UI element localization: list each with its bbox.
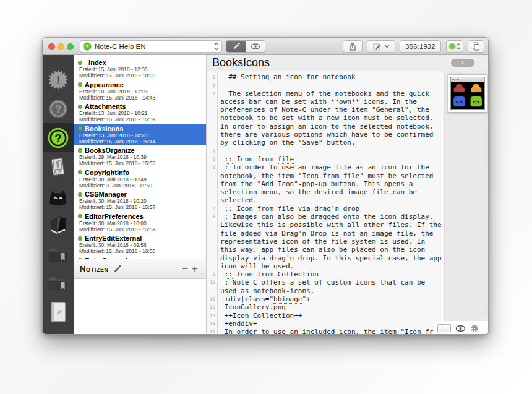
position-counter-value: 356:1932 (405, 43, 435, 50)
list-item[interactable]: CopyrightInfoErstellt: 30. Mai 2018 - 08… (74, 168, 206, 190)
edit-mode-button[interactable] (226, 41, 246, 52)
notebook-selector-dropdown[interactable]: ? Note-C Help EN (80, 40, 222, 53)
line-number: 2 (207, 81, 218, 89)
sidebar-item-notes[interactable] (43, 152, 74, 181)
editor-line: 7 :: Icon from file via drag'n drop (207, 205, 444, 213)
editor-text-area[interactable]: 1 ## Setting an icon for notebook23 The … (207, 71, 444, 335)
editor-line: 2 (207, 81, 444, 89)
line-number: 11 (207, 295, 218, 303)
sidebar-item-folder-2[interactable] (43, 268, 74, 298)
mini-window: <> <> (450, 77, 485, 110)
notebook-name: _index (85, 59, 106, 66)
svg-text:?: ? (54, 131, 61, 144)
orange-blob-icon (471, 84, 482, 92)
sidebar-item-ebook[interactable]: e (43, 298, 74, 327)
share-icon (349, 42, 356, 51)
sidebar-item-cat[interactable] (43, 181, 74, 210)
line-number: 14 (207, 320, 218, 328)
svg-text:<>: <> (456, 98, 463, 105)
notebook-name: EntryEditExternal (85, 234, 142, 242)
sidebar-item-folder-1[interactable] (43, 239, 74, 268)
mini-minimize-dot (455, 79, 457, 80)
editor-line: 3 The selection menu of the notebooks an… (207, 90, 444, 147)
created-date: Erstellt: 10. Juni 2018 - 17:03 (79, 88, 204, 95)
notebook-status-dot (78, 61, 82, 65)
line-number: 8 (207, 213, 218, 270)
open-book-icon (48, 215, 69, 236)
help-circle-active-icon: ? (47, 127, 69, 149)
remove-note-button[interactable]: − (180, 264, 190, 274)
icon-gallery-thumbnail[interactable]: <> <> (448, 74, 487, 113)
duplicate-button[interactable] (468, 40, 484, 53)
list-item[interactable]: BooksOrganizeErstellt: 29. Mai 2018 - 10… (74, 145, 206, 168)
line-number: 1 (207, 73, 218, 81)
pencil-icon[interactable] (113, 264, 122, 273)
help-badge-icon: ? (83, 42, 92, 51)
sidebar-item-help-inactive[interactable]: ? (43, 94, 74, 123)
zoom-out-button[interactable]: − (442, 324, 451, 332)
created-date: Erstellt: 29. Mai 2018 - 10:39 (79, 154, 204, 160)
list-item[interactable]: EditorPreferencesErstellt: 30. Mai 2018 … (74, 212, 206, 234)
list-item[interactable]: AttachmentsErstellt: 13. Juni 2018 - 10:… (74, 101, 206, 124)
line-text: IconGallery.png (220, 303, 444, 311)
status-stepper[interactable] (446, 40, 463, 53)
pencil-icon (232, 42, 241, 51)
alert-seal-icon: ! (48, 69, 69, 90)
minimize-button[interactable] (58, 43, 64, 50)
list-item[interactable]: BooksIconsErstellt: 13. Juni 2018 - 10:2… (74, 124, 206, 146)
editor-title: BooksIcons (212, 56, 270, 69)
notebook-selector-label: Note-C Help EN (95, 43, 213, 50)
list-item[interactable]: AppearanceErstellt: 10. Juni 2018 - 17:0… (74, 80, 206, 102)
notebook-name: BooksOrganize (85, 147, 135, 154)
line-number: 6 (207, 163, 218, 204)
snippet-menu-button[interactable] (367, 40, 395, 53)
notebook-list-items: _indexErstellt: 15. Juni 2018 - 12:36Mod… (74, 55, 206, 259)
line-text: The selection menu of the notebooks and … (220, 90, 444, 147)
notebook-name: Appearance (85, 81, 124, 88)
created-date: Erstellt: 30. Mai 2018 - 08:49 (79, 176, 204, 182)
list-footer-title: Notizen (80, 264, 109, 273)
notebook-name: Attachments (85, 103, 126, 110)
modified-date: Modifiziert: 15. Juni 2018 - 15:44 (79, 139, 204, 145)
sidebar-item-help-active[interactable]: ? (43, 123, 74, 152)
line-number: 3 (207, 90, 218, 147)
line-text: ## Setting an icon for notebook (220, 73, 444, 81)
line-number: 13 (207, 312, 218, 320)
mini-titlebar (451, 77, 484, 82)
folder-bookmark-icon (48, 274, 69, 293)
position-counter-field[interactable]: 356:1932 (400, 40, 441, 53)
list-footer: Notizen − + (74, 259, 206, 279)
notebook-status-dot (78, 214, 82, 218)
notebook-status-dot (78, 126, 82, 131)
editor-line: 4 (207, 147, 444, 155)
line-text: :: Icon from Collection (220, 270, 444, 278)
sidebar: ! ? ? (43, 55, 74, 335)
mini-icon-grid: <> <> (451, 82, 484, 109)
add-note-button[interactable]: + (190, 264, 200, 274)
line-text: +enddiv+ (220, 320, 444, 328)
list-item[interactable]: CSSManagerErstellt: 30. Mai 2018 - 10:20… (74, 189, 206, 212)
line-number: 9 (207, 270, 218, 278)
red-blob-icon (454, 84, 465, 92)
line-text (220, 81, 444, 89)
zoom-button[interactable] (67, 43, 74, 50)
eye-icon[interactable] (455, 325, 466, 332)
close-button[interactable] (48, 43, 55, 50)
window-titlebar[interactable]: ? Note-C Help EN (43, 38, 488, 55)
list-item[interactable]: EntryEditExternalErstellt: 30. Mai 2018 … (74, 233, 206, 255)
modified-date: Modifiziert: 15. Juni 2018 - 15:59 (79, 226, 204, 233)
gear-icon[interactable] (470, 324, 479, 333)
cat-icon (47, 185, 69, 207)
list-item[interactable]: _indexErstellt: 15. Juni 2018 - 12:36Mod… (74, 58, 206, 80)
share-button[interactable] (343, 40, 363, 53)
created-date: Erstellt: 13. Juni 2018 - 10:21 (79, 110, 204, 116)
folder-bookmark-icon (48, 245, 69, 263)
modified-date: Modifiziert: 3. Juni 2018 - 11:50 (79, 182, 204, 189)
sidebar-item-open-book[interactable] (43, 210, 74, 239)
notebook-name: EditorPreferences (85, 213, 144, 220)
preview-mode-button[interactable] (246, 41, 265, 52)
eye-icon (251, 43, 260, 50)
editor-line: 9 :: Icon from Collection (207, 270, 444, 278)
dropdown-stepper-icon (213, 42, 219, 51)
sidebar-item-alerts[interactable]: ! (43, 65, 74, 94)
